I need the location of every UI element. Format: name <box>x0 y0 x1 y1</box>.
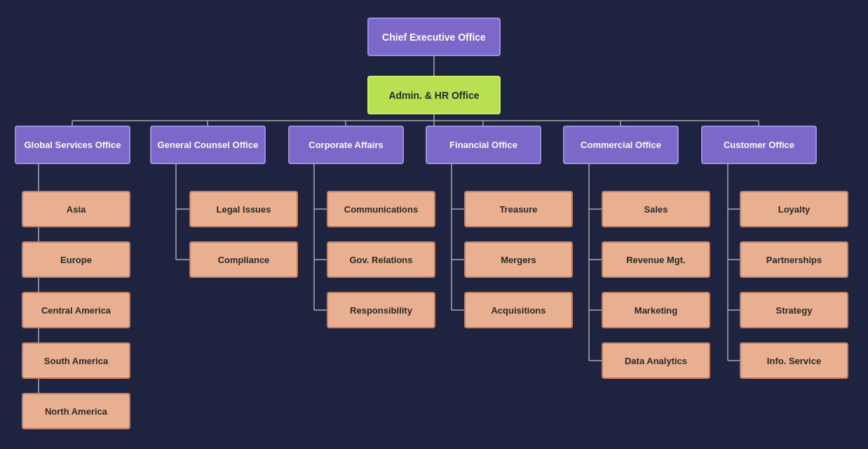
sub-responsibility: Responsibility <box>327 292 435 328</box>
sub-marketing: Marketing <box>602 292 710 328</box>
sub-asia: Asia <box>22 191 130 227</box>
sub-strategy: Strategy <box>740 292 848 328</box>
sub-sales: Sales <box>602 191 710 227</box>
sub-treasure: Treasure <box>464 191 573 227</box>
dept-customer-label: Customer Office <box>724 140 794 150</box>
dept-counsel-label: General Counsel Office <box>158 140 259 150</box>
sub-loyalty: Loyalty <box>740 191 848 227</box>
dept-financial-label: Financial Office <box>449 140 517 150</box>
sub-partnerships: Partnerships <box>740 241 848 278</box>
dept-corporate: Corporate Affairs <box>288 126 404 164</box>
admin-label: Admin. & HR Office <box>388 90 479 101</box>
dept-financial: Financial Office <box>426 126 541 164</box>
sub-acquisitions: Acquisitions <box>464 292 573 328</box>
dept-commercial: Commercial Office <box>563 126 679 164</box>
sub-gov-relations: Gov. Relations <box>327 241 435 278</box>
dept-commercial-label: Commercial Office <box>581 140 661 150</box>
sub-info-service: Info. Service <box>740 342 848 379</box>
sub-europe: Europe <box>22 241 130 278</box>
dept-global: Global Services Office <box>15 126 130 164</box>
ceo-label: Chief Executive Office <box>382 32 486 43</box>
sub-communications: Communications <box>327 191 435 227</box>
admin-node: Admin. & HR Office <box>367 76 501 114</box>
dept-corporate-label: Corporate Affairs <box>308 140 383 150</box>
ceo-node: Chief Executive Office <box>367 18 501 56</box>
sub-revenue: Revenue Mgt. <box>602 241 710 278</box>
dept-global-label: Global Services Office <box>24 140 121 150</box>
sub-analytics: Data Analytics <box>602 342 710 379</box>
sub-south-america: South America <box>22 342 130 379</box>
dept-counsel: General Counsel Office <box>150 126 266 164</box>
sub-central-america: Central America <box>22 292 130 328</box>
sub-north-america: North America <box>22 393 130 429</box>
sub-compliance: Compliance <box>189 241 298 278</box>
sub-legal: Legal Issues <box>189 191 298 227</box>
sub-mergers: Mergers <box>464 241 573 278</box>
dept-customer: Customer Office <box>701 126 817 164</box>
org-chart: Chief Executive Office Admin. & HR Offic… <box>0 0 868 449</box>
